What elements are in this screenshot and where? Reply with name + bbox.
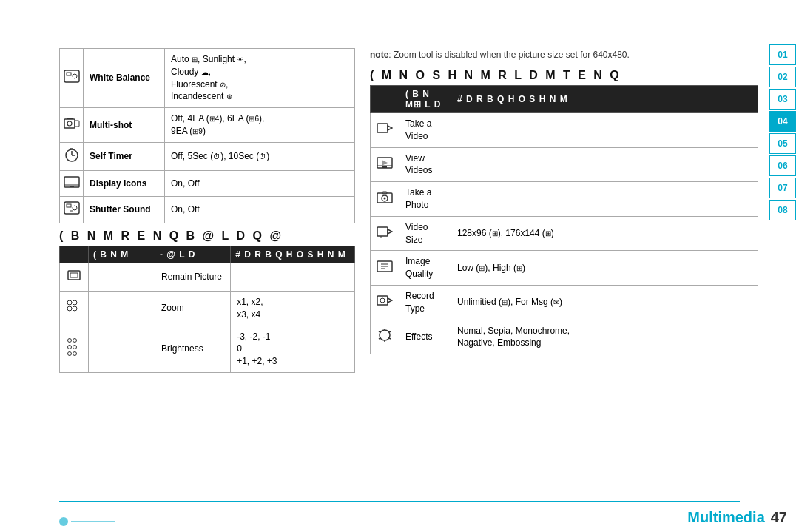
display-icons-icon — [60, 170, 84, 197]
camera-table: ( B N M - @ L D # D R B Q H O S H N M Re… — [59, 246, 355, 373]
svg-rect-47 — [377, 296, 388, 305]
table-row: Remain Picture — [60, 263, 355, 292]
zoom-col1 — [89, 291, 155, 326]
svg-point-49 — [380, 298, 385, 303]
video-size-label: VideoSize — [400, 216, 451, 251]
svg-rect-6 — [75, 121, 79, 127]
svg-rect-30 — [377, 124, 388, 132]
table-row: ImageQuality Low (⊞), High (⊞) — [371, 251, 758, 286]
settings-table: White Balance Auto ⊞, Sunlight ☀, Cloudy… — [59, 48, 355, 223]
self-timer-label: Self Timer — [84, 142, 165, 170]
zoom-label: Zoom — [155, 291, 231, 326]
multi-shot-values: Off, 4EA (⊞4), 6EA (⊞6), 9EA (⊞9) — [165, 108, 355, 143]
view-videos-value — [451, 147, 758, 182]
effects-value: Nomal, Sepia, Monochrome,Nagative, Embos… — [451, 320, 758, 354]
svg-point-21 — [73, 300, 77, 305]
decor-line — [71, 521, 115, 522]
note-text: note: Zoom tool is disabled when the pic… — [370, 48, 758, 61]
right-col-icon — [371, 86, 400, 113]
svg-marker-41 — [388, 229, 392, 234]
svg-rect-34 — [382, 166, 387, 168]
remain-icon — [60, 263, 89, 292]
effects-icon — [371, 320, 400, 354]
multi-shot-icon — [60, 108, 84, 143]
tab-04[interactable]: 04 — [769, 111, 796, 132]
table-row: Zoom x1, x2,x3, x4 — [60, 291, 355, 326]
right-table: ( B N M⊞ L D # D R B Q H O S H N M Take … — [370, 85, 758, 354]
sidebar-tabs: 01 02 03 04 05 06 07 08 — [769, 44, 799, 220]
svg-point-23 — [73, 306, 77, 311]
image-quality-label: ImageQuality — [400, 251, 451, 286]
tab-05[interactable]: 05 — [769, 133, 796, 154]
svg-rect-1 — [67, 73, 71, 75]
svg-point-29 — [73, 352, 77, 356]
display-icons-values: On, Off — [165, 170, 355, 197]
tab-06[interactable]: 06 — [769, 155, 796, 176]
tab-01[interactable]: 01 — [769, 44, 796, 65]
svg-point-39 — [384, 197, 386, 199]
bottom-bar: Multimedia 47 — [0, 502, 799, 532]
top-decorative-line — [59, 41, 758, 41]
table-row: Take aPhoto — [371, 182, 758, 217]
record-type-icon — [371, 285, 400, 320]
svg-line-52 — [389, 331, 391, 332]
tab-03[interactable]: 03 — [769, 89, 796, 110]
tab-08[interactable]: 08 — [769, 200, 796, 220]
zoom-values: x1, x2,x3, x4 — [231, 291, 355, 326]
svg-line-55 — [379, 338, 380, 339]
svg-point-16 — [73, 206, 77, 210]
right-section-header: ( M N O S H N M R L D M T E N Q — [370, 69, 758, 82]
right-column: note: Zoom tool is disabled when the pic… — [370, 48, 758, 499]
take-video-icon — [371, 113, 400, 148]
svg-marker-35 — [382, 160, 388, 166]
svg-marker-31 — [388, 126, 392, 130]
right-col-field: ( B N M⊞ L D — [400, 86, 451, 113]
svg-rect-3 — [64, 119, 75, 128]
record-type-label: RecordType — [400, 285, 451, 320]
svg-marker-48 — [388, 298, 392, 303]
note-label: note — [370, 50, 388, 60]
col-description-header: # D R B Q H O S H N M — [231, 246, 355, 263]
svg-point-26 — [68, 346, 72, 349]
col-field-header: - @ L D — [155, 246, 231, 263]
zoom-icon — [60, 291, 89, 326]
view-videos-icon — [371, 147, 400, 182]
effects-label: Effects — [400, 320, 451, 354]
table-row: Self Timer Off, 5Sec (⏱), 10Sec (⏱) — [60, 142, 355, 170]
right-col-desc: # D R B Q H O S H N M — [451, 86, 758, 113]
white-balance-label: White Balance — [84, 49, 165, 108]
decor-circle — [59, 517, 68, 526]
table-row: Display Icons On, Off — [60, 170, 355, 197]
view-videos-label: ViewVideos — [400, 147, 451, 182]
record-type-value: Unlimitied (⊞), For Msg (✉) — [451, 285, 758, 320]
brightness-values: -3, -2, -10+1, +2, +3 — [231, 326, 355, 372]
svg-point-20 — [67, 300, 72, 305]
table-row: ViewVideos — [371, 147, 758, 182]
take-photo-value — [451, 182, 758, 217]
svg-rect-40 — [377, 227, 388, 236]
table-row: White Balance Auto ⊞, Sunlight ☀, Cloudy… — [60, 49, 355, 108]
svg-rect-13 — [70, 186, 74, 187]
svg-point-5 — [67, 121, 72, 126]
svg-point-27 — [73, 346, 77, 349]
bottom-page: 47 — [771, 509, 787, 526]
video-size-icon — [371, 216, 400, 251]
white-balance-icon — [60, 49, 84, 108]
table-row: Effects Nomal, Sepia, Monochrome,Nagativ… — [371, 320, 758, 354]
take-photo-label: Take aPhoto — [400, 182, 451, 217]
take-video-value — [451, 113, 758, 148]
multi-shot-label: Multi-shot — [84, 108, 165, 143]
svg-point-28 — [68, 352, 72, 356]
table-row: VideoSize 128x96 (⊞), 176x144 (⊞) — [371, 216, 758, 251]
tab-07[interactable]: 07 — [769, 178, 796, 198]
svg-rect-19 — [70, 273, 78, 277]
image-quality-value: Low (⊞), High (⊞) — [451, 251, 758, 286]
svg-rect-15 — [67, 204, 71, 207]
svg-point-22 — [67, 306, 72, 311]
table-row: Shutter Sound On, Off — [60, 197, 355, 223]
left-column: White Balance Auto ⊞, Sunlight ☀, Cloudy… — [59, 48, 355, 499]
image-quality-icon — [371, 251, 400, 286]
tab-02[interactable]: 02 — [769, 67, 796, 87]
svg-point-25 — [73, 339, 77, 343]
remain-col3 — [231, 263, 355, 292]
